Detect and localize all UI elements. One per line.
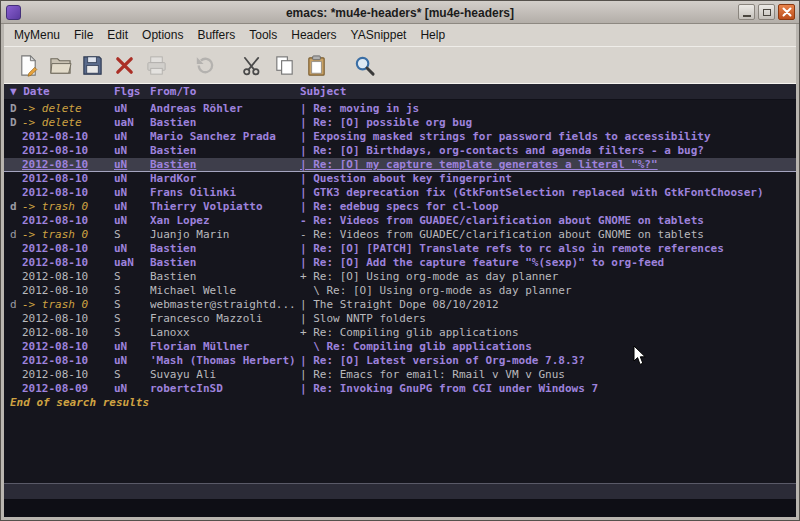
message-date: 2012-08-10: [22, 144, 114, 158]
toolbar-search-button[interactable]: [348, 50, 380, 80]
message-subject: | Re: Emacs for email: Rmail v VM v Gnus: [300, 368, 796, 382]
message-mark: d: [10, 298, 22, 312]
message-row[interactable]: D-> deleteuaNBastien| Re: [O] possible o…: [4, 116, 796, 130]
message-flags: uN: [114, 242, 150, 256]
menu-options[interactable]: Options: [135, 25, 190, 45]
menu-file[interactable]: File: [67, 25, 100, 45]
message-mark-action: -> delete: [22, 116, 114, 130]
message-mark: d: [10, 200, 22, 214]
close-button[interactable]: [778, 4, 795, 20]
message-mark: [10, 270, 22, 284]
message-mark: [10, 354, 22, 368]
minimize-button[interactable]: [738, 4, 755, 20]
message-row[interactable]: D-> deleteuNAndreas Röhler| Re: moving i…: [4, 102, 796, 116]
message-mark: [10, 186, 22, 200]
message-date: 2012-08-10: [22, 326, 114, 340]
message-flags: uN: [114, 130, 150, 144]
message-from: robertcInSD: [150, 382, 300, 396]
new-file-icon: [17, 54, 40, 77]
menu-buffers[interactable]: Buffers: [190, 25, 242, 45]
message-date: 2012-08-10: [22, 214, 114, 228]
menu-help[interactable]: Help: [413, 25, 452, 45]
minibuffer[interactable]: [4, 499, 796, 517]
message-row[interactable]: 2012-08-10uNMario Sanchez Prada| Exposin…: [4, 130, 796, 144]
toolbar-save-button[interactable]: [76, 50, 108, 80]
message-date: 2012-08-10: [22, 284, 114, 298]
message-row[interactable]: 2012-08-10uNXan Lopez- Re: Videos from G…: [4, 214, 796, 228]
toolbar-separator: [172, 47, 188, 83]
message-subject: | Slow NNTP folders: [300, 312, 796, 326]
titlebar[interactable]: emacs: *mu4e-headers* [mu4e-headers]: [1, 1, 799, 24]
message-from: Francesco Mazzoli: [150, 312, 300, 326]
message-row[interactable]: d-> trash 0SJuanjo Marin- Re: Videos fro…: [4, 228, 796, 242]
message-date: 2012-08-10: [22, 172, 114, 186]
message-flags: uN: [114, 172, 150, 186]
message-flags: uN: [114, 158, 150, 172]
toolbar: [4, 46, 796, 84]
message-flags: uN: [114, 144, 150, 158]
message-row[interactable]: 2012-08-10SSuvayu Ali| Re: Emacs for ema…: [4, 368, 796, 382]
message-from: Andreas Röhler: [150, 102, 300, 116]
message-row[interactable]: 2012-08-10SLanoxx+ Re: Compiling glib ap…: [4, 326, 796, 340]
menubar: MyMenuFileEditOptionsBuffersToolsHeaders…: [4, 24, 796, 46]
close-icon: [113, 54, 136, 77]
message-row[interactable]: 2012-08-10uN'Mash (Thomas Herbert)| Re: …: [4, 354, 796, 368]
copy-icon: [273, 54, 296, 77]
toolbar-copy-button[interactable]: [268, 50, 300, 80]
message-row[interactable]: 2012-08-10uNFlorian Müllner \ Re: Compil…: [4, 340, 796, 354]
menu-yasnippet[interactable]: YASnippet: [344, 25, 414, 45]
message-subject: | Re: [O] possible org bug: [300, 116, 796, 130]
column-header-from[interactable]: From/To: [150, 84, 300, 99]
message-mark: [10, 382, 22, 396]
message-row[interactable]: 2012-08-10uNBastien| Re: [O] Birthdays, …: [4, 144, 796, 158]
message-from: Bastien: [150, 242, 300, 256]
headers-column-header[interactable]: ▼ Date Flgs From/To Subject: [4, 84, 796, 100]
menu-tools[interactable]: Tools: [242, 25, 284, 45]
toolbar-cut-button[interactable]: [236, 50, 268, 80]
message-row[interactable]: 2012-08-10SBastien+ Re: [O] Using org-mo…: [4, 270, 796, 284]
message-from: HardKor: [150, 172, 300, 186]
message-from: Bastien: [150, 116, 300, 130]
column-header-flags[interactable]: Flgs: [114, 84, 150, 99]
message-flags: uN: [114, 354, 150, 368]
message-date: 2012-08-10: [22, 312, 114, 326]
message-flags: uN: [114, 214, 150, 228]
message-row-current[interactable]: 2012-08-10uNBastien| Re: [O] my capture …: [4, 158, 796, 172]
message-flags: S: [114, 270, 150, 284]
message-row[interactable]: d-> trash 0Swebmaster@straightd...| The …: [4, 298, 796, 312]
message-row[interactable]: 2012-08-10uNBastien| Re: [O] [PATCH] Tra…: [4, 242, 796, 256]
message-subject: | Exposing masked strings for password f…: [300, 130, 796, 144]
message-row[interactable]: 2012-08-10SMichael Welle \ Re: [O] Using…: [4, 284, 796, 298]
toolbar-new-file-button[interactable]: [12, 50, 44, 80]
message-row[interactable]: 2012-08-10uNHardKor| Question about key …: [4, 172, 796, 186]
modeline[interactable]: *mu4e-headers* ( 5, 0) [All/2.0k] [mu4e-…: [4, 483, 796, 499]
message-mark: D: [10, 116, 22, 130]
message-from: Lanoxx: [150, 326, 300, 340]
message-subject: \ Re: [O] Using org-mode as day planner: [300, 284, 796, 298]
message-date: 2012-08-10: [22, 158, 114, 172]
message-date: 2012-08-10: [22, 130, 114, 144]
message-row[interactable]: d-> trash 0uNThierry Volpiatto| Re: edeb…: [4, 200, 796, 214]
column-header-subject[interactable]: Subject: [300, 84, 796, 99]
message-from: Mario Sanchez Prada: [150, 130, 300, 144]
save-icon: [81, 54, 104, 77]
toolbar-open-file-button[interactable]: [44, 50, 76, 80]
message-flags: uN: [114, 200, 150, 214]
toolbar-paste-button[interactable]: [300, 50, 332, 80]
message-row[interactable]: 2012-08-10uNFrans Oilinki| GTK3 deprecat…: [4, 186, 796, 200]
message-mark: [10, 242, 22, 256]
maximize-button[interactable]: [758, 4, 775, 20]
column-header-date[interactable]: ▼ Date: [10, 84, 114, 99]
menu-edit[interactable]: Edit: [100, 25, 135, 45]
message-flags: S: [114, 368, 150, 382]
message-mark: [10, 284, 22, 298]
emacs-window-icon: [6, 5, 21, 20]
menu-mymenu[interactable]: MyMenu: [7, 25, 67, 45]
menu-headers[interactable]: Headers: [284, 25, 343, 45]
message-row[interactable]: 2012-08-10SFrancesco Mazzoli| Slow NNTP …: [4, 312, 796, 326]
toolbar-close-button[interactable]: [108, 50, 140, 80]
message-mark: [10, 368, 22, 382]
message-row[interactable]: 2012-08-09uNrobertcInSD| Re: Invoking Gn…: [4, 382, 796, 396]
message-subject: | Re: [O] my capture template generates …: [300, 158, 796, 172]
message-row[interactable]: 2012-08-10uaNBastien| Re: [O] Add the ca…: [4, 256, 796, 270]
